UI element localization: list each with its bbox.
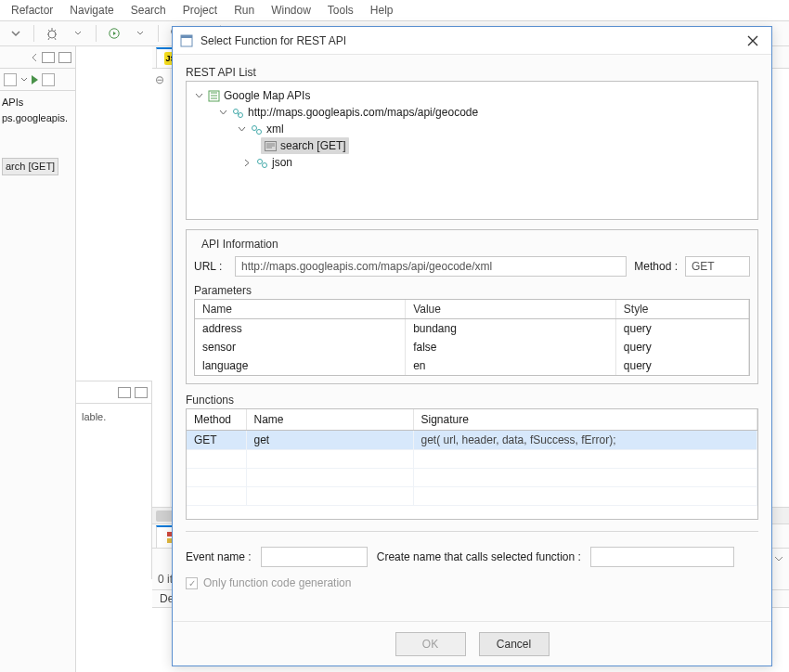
menu-window[interactable]: Window bbox=[271, 4, 311, 17]
svg-point-15 bbox=[256, 129, 261, 134]
format-icon bbox=[255, 156, 268, 169]
menu-search[interactable]: Search bbox=[131, 4, 166, 17]
maximize-icon[interactable] bbox=[135, 387, 148, 398]
map-api-icon bbox=[207, 89, 220, 102]
cancel-button[interactable]: Cancel bbox=[479, 632, 550, 656]
table-row[interactable]: addressbundangquery bbox=[195, 319, 749, 339]
separator bbox=[33, 25, 34, 42]
table-row[interactable] bbox=[187, 450, 757, 469]
bug-icon[interactable] bbox=[42, 24, 62, 43]
col-signature[interactable]: Signature bbox=[413, 409, 757, 431]
url-field[interactable]: http://maps.googleapis.com/maps/api/geoc… bbox=[235, 256, 627, 277]
menu-refactor[interactable]: Refactor bbox=[11, 4, 53, 17]
chevron-down-icon[interactable] bbox=[130, 24, 150, 43]
minimize-icon[interactable] bbox=[118, 387, 131, 398]
menu-tools[interactable]: Tools bbox=[328, 4, 354, 17]
box-icon[interactable] bbox=[42, 73, 55, 86]
table-row[interactable] bbox=[187, 487, 757, 506]
menu-navigate[interactable]: Navigate bbox=[70, 4, 113, 17]
tree-item[interactable]: APIs bbox=[2, 95, 73, 110]
svg-rect-10 bbox=[181, 35, 192, 38]
col-name[interactable]: Name bbox=[246, 409, 413, 431]
tree-item-label: search [GET] bbox=[280, 137, 346, 154]
tree-item[interactable]: arch [GET] bbox=[2, 158, 73, 175]
event-name-label: Event name : bbox=[186, 550, 252, 563]
separator bbox=[96, 25, 97, 42]
event-name-input[interactable] bbox=[261, 547, 368, 567]
format-icon bbox=[250, 123, 263, 136]
method-label: Method : bbox=[634, 260, 678, 273]
menu-run[interactable]: Run bbox=[234, 4, 254, 17]
only-function-code-label: Only function code generation bbox=[203, 576, 351, 589]
chevron-down-icon[interactable] bbox=[218, 108, 227, 117]
menu-help[interactable]: Help bbox=[370, 4, 394, 17]
svg-point-14 bbox=[252, 125, 256, 130]
function-name-input[interactable] bbox=[590, 547, 734, 567]
tree-item-selected[interactable]: search [GET] bbox=[194, 137, 750, 154]
chevron-down-icon[interactable] bbox=[20, 76, 28, 84]
rest-api-tree[interactable]: Google Map APIs http://maps.googleapis.c… bbox=[186, 81, 758, 220]
api-info-label: API Information bbox=[198, 238, 282, 251]
play-icon[interactable] bbox=[32, 75, 38, 84]
window-icon bbox=[180, 34, 193, 47]
chevron-left-icon[interactable] bbox=[31, 52, 38, 63]
select-function-dialog: Select Function for REST API REST API Li… bbox=[172, 26, 772, 666]
rest-api-list-label: REST API List bbox=[186, 66, 758, 79]
chevron-down-icon[interactable] bbox=[6, 24, 26, 43]
operation-icon bbox=[264, 139, 277, 152]
chevron-down-icon[interactable] bbox=[68, 24, 88, 43]
outline-empty-label: lable. bbox=[76, 404, 151, 430]
parameters-label: Parameters bbox=[194, 284, 750, 297]
chevron-right-icon[interactable] bbox=[242, 158, 252, 167]
tree-item[interactable]: ps.googleapis. bbox=[2, 110, 73, 126]
tree-item-label: json bbox=[272, 154, 292, 171]
tree-item-label: Google Map APIs bbox=[224, 87, 310, 104]
chevron-down-icon[interactable] bbox=[774, 554, 783, 563]
chevron-down-icon[interactable] bbox=[194, 91, 203, 100]
maximize-icon[interactable] bbox=[58, 52, 71, 63]
col-name[interactable]: Name bbox=[195, 300, 406, 319]
separator bbox=[158, 25, 159, 42]
play-icon[interactable] bbox=[104, 24, 124, 43]
ok-button[interactable]: OK bbox=[395, 632, 466, 656]
dialog-title: Select Function for REST API bbox=[200, 34, 734, 47]
editor-gutter: ⊖ bbox=[152, 69, 171, 507]
col-style[interactable]: Style bbox=[615, 300, 748, 319]
svg-point-0 bbox=[48, 31, 56, 38]
table-row[interactable] bbox=[187, 469, 757, 487]
api-information-group: API Information URL : http://maps.google… bbox=[186, 229, 758, 384]
outline-panel: lable. bbox=[76, 381, 152, 579]
col-method[interactable]: Method bbox=[187, 409, 246, 431]
menu-project[interactable]: Project bbox=[183, 4, 217, 17]
only-function-code-checkbox[interactable]: ✓ bbox=[186, 577, 198, 589]
method-field[interactable]: GET bbox=[685, 256, 750, 277]
project-explorer: APIs ps.googleapis. arch [GET] bbox=[0, 46, 76, 672]
dialog-titlebar: Select Function for REST API bbox=[173, 27, 771, 55]
functions-table[interactable]: Method Name Signature GET get get( url, … bbox=[186, 408, 758, 520]
box-icon[interactable] bbox=[4, 73, 17, 86]
table-row[interactable]: GET get get( url, header, data, fSuccess… bbox=[187, 431, 757, 450]
url-label: URL : bbox=[194, 260, 227, 273]
svg-point-17 bbox=[257, 159, 262, 163]
create-name-label: Create name that calls selected function… bbox=[377, 550, 581, 563]
tree-item[interactable]: http://maps.googleapis.com/maps/api/geoc… bbox=[194, 104, 750, 121]
functions-label: Functions bbox=[186, 394, 758, 407]
parameters-table: Name Value Style addressbundangquery sen… bbox=[194, 299, 750, 376]
endpoint-icon bbox=[231, 106, 244, 119]
tree-item-label: http://maps.googleapis.com/maps/api/geoc… bbox=[248, 104, 478, 121]
tree-item[interactable]: json bbox=[194, 154, 750, 171]
tree-item-label: xml bbox=[266, 121, 284, 137]
menubar: Refactor Navigate Search Project Run Win… bbox=[0, 0, 789, 20]
svg-point-13 bbox=[238, 112, 242, 117]
tree-item[interactable]: Google Map APIs bbox=[194, 87, 750, 104]
close-button[interactable] bbox=[742, 30, 764, 52]
col-value[interactable]: Value bbox=[406, 300, 616, 319]
table-row[interactable]: sensorfalsequery bbox=[195, 338, 749, 356]
chevron-down-icon[interactable] bbox=[237, 124, 246, 134]
svg-point-18 bbox=[262, 162, 266, 167]
tree-item[interactable]: xml bbox=[194, 121, 750, 137]
minimize-icon[interactable] bbox=[42, 52, 55, 63]
table-row[interactable]: languageenquery bbox=[195, 356, 749, 375]
